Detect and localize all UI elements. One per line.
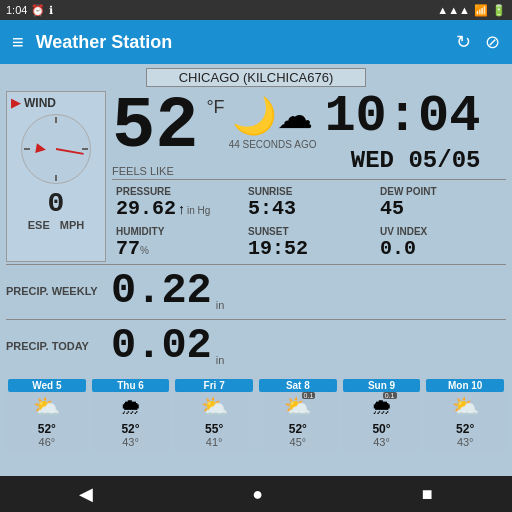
forecast-lo-4: 43° xyxy=(373,436,390,448)
forecast-lo-3: 45° xyxy=(290,436,307,448)
humidity-value: 77 xyxy=(116,237,140,260)
forecast-badge-3: 0.1 xyxy=(302,392,316,399)
forecast-strip: Wed 5⛅52°46°Thu 6🌧52°43°Fri 7⛅55°41°Sat … xyxy=(6,376,506,451)
sunset-stat: SUNSET 19:52 xyxy=(244,224,374,262)
temp-row: 52 °F xyxy=(112,91,225,163)
refresh-icon[interactable]: ↻ xyxy=(456,31,471,53)
wind-label-row: ▶ WIND xyxy=(11,96,101,110)
top-bar-actions: ↻ ⊘ xyxy=(456,31,500,53)
offline-icon[interactable]: ⊘ xyxy=(485,31,500,53)
home-button[interactable]: ● xyxy=(252,484,263,505)
forecast-icon-wrap-3: ⛅0.1 xyxy=(284,394,311,420)
forecast-day-0: Wed 5⛅52°46° xyxy=(6,376,88,451)
forecast-hi-3: 52° xyxy=(289,422,307,436)
forecast-icon-wrap-5: ⛅ xyxy=(452,394,479,420)
forecast-icon-wrap-0: ⛅ xyxy=(33,394,60,420)
sunset-label: SUNSET xyxy=(248,226,370,237)
temperature: 52 xyxy=(112,91,198,163)
station-row: CHICAGO (KILCHICA676) xyxy=(6,68,506,87)
forecast-icon-wrap-4: 🌧0.1 xyxy=(371,394,393,420)
clock-date: WED 05/05 xyxy=(351,147,481,174)
wind-box: ▶ WIND 0 ESE MPH xyxy=(6,91,106,262)
forecast-hi-5: 52° xyxy=(456,422,474,436)
forecast-icon-wrap-1: 🌧 xyxy=(120,394,142,420)
ago-text: 44 SECONDS AGO xyxy=(229,139,317,150)
forecast-hi-4: 50° xyxy=(372,422,390,436)
uv-index-label: UV INDEX xyxy=(380,226,502,237)
recent-button[interactable]: ■ xyxy=(422,484,433,505)
status-bar: 1:04 ⏰ ℹ ▲▲▲ 📶 🔋 xyxy=(0,0,512,20)
humidity-unit: % xyxy=(140,245,149,256)
sunrise-stat: SUNRISE 5:43 xyxy=(244,184,374,222)
menu-icon[interactable]: ≡ xyxy=(12,31,24,54)
top-bar: ≡ Weather Station ↻ ⊘ xyxy=(0,20,512,64)
dew-point-label: DEW POINT xyxy=(380,186,502,197)
pressure-stat: PRESSURE 29.62 ↑ in Hg xyxy=(112,184,242,222)
forecast-day-label-0: Wed 5 xyxy=(8,379,86,392)
sunset-value: 19:52 xyxy=(248,237,370,260)
forecast-day-label-3: Sat 8 xyxy=(259,379,337,392)
wind-direction: ESE xyxy=(28,219,50,231)
weather-icon-area: 🌙☁ 44 SECONDS AGO xyxy=(229,95,317,150)
status-right: ▲▲▲ 📶 🔋 xyxy=(437,4,506,17)
right-panel: 52 °F FEELS LIKE 🌙☁ 44 SECONDS AGO 10:04… xyxy=(112,91,506,262)
humidity-label: HUMIDITY xyxy=(116,226,238,237)
signal-icon: ▲▲▲ xyxy=(437,4,470,16)
forecast-day-label-5: Mon 10 xyxy=(426,379,504,392)
uv-index-stat: UV INDEX 0.0 xyxy=(376,224,506,262)
app-title: Weather Station xyxy=(36,32,444,53)
precip-today-label: PRECIP. TODAY xyxy=(6,340,111,352)
status-left: 1:04 ⏰ ℹ xyxy=(6,4,53,17)
precip-weekly-value: 0.22 xyxy=(111,267,212,315)
forecast-icon-wrap-2: ⛅ xyxy=(201,394,228,420)
back-button[interactable]: ◀ xyxy=(79,483,93,505)
sunrise-label: SUNRISE xyxy=(248,186,370,197)
station-name: CHICAGO (KILCHICA676) xyxy=(146,68,366,87)
forecast-lo-2: 41° xyxy=(206,436,223,448)
weather-icon: 🌙☁ xyxy=(232,95,313,137)
forecast-hi-1: 52° xyxy=(121,422,139,436)
temp-unit: °F xyxy=(206,97,224,118)
dew-point-value: 45 xyxy=(380,197,502,220)
precip-weekly-label: PRECIP. WEEKLY xyxy=(6,285,111,297)
forecast-day-1: Thu 6🌧52°43° xyxy=(90,376,172,451)
pressure-label: PRESSURE xyxy=(116,186,238,197)
upper-panel: ▶ WIND 0 ESE MPH xyxy=(6,91,506,262)
feels-like-label: FEELS LIKE xyxy=(112,165,225,177)
precip-today-unit: in xyxy=(216,354,225,366)
forecast-day-4: Sun 9🌧0.150°43° xyxy=(341,376,423,451)
info-icon: ℹ xyxy=(49,4,53,17)
forecast-day-3: Sat 8⛅0.152°45° xyxy=(257,376,339,451)
temp-area: 52 °F FEELS LIKE xyxy=(112,91,225,177)
status-time: 1:04 xyxy=(6,4,27,16)
temp-clock-row: 52 °F FEELS LIKE 🌙☁ 44 SECONDS AGO 10:04… xyxy=(112,91,506,177)
precip-today-value: 0.02 xyxy=(111,322,212,370)
forecast-day-label-2: Fri 7 xyxy=(175,379,253,392)
forecast-day-label-1: Thu 6 xyxy=(92,379,170,392)
main-content: CHICAGO (KILCHICA676) ▶ WIND 0 ESE xyxy=(0,64,512,455)
clock-area: 10:04 WED 05/05 xyxy=(320,91,480,174)
uv-index-value: 0.0 xyxy=(380,237,502,260)
humidity-stat: HUMIDITY 77 % xyxy=(112,224,242,262)
forecast-hi-2: 55° xyxy=(205,422,223,436)
wind-icon: ▶ xyxy=(11,96,20,110)
precip-weekly-unit: in xyxy=(216,299,225,311)
precip-weekly-section: PRECIP. WEEKLY 0.22 in xyxy=(6,264,506,317)
dew-point-stat: DEW POINT 45 xyxy=(376,184,506,222)
wind-label-text: WIND xyxy=(24,96,56,110)
pressure-value: 29.62 xyxy=(116,197,176,220)
bottom-nav: ◀ ● ■ xyxy=(0,476,512,512)
wind-speed: 0 xyxy=(48,188,65,219)
forecast-lo-1: 43° xyxy=(122,436,139,448)
alarm-icon: ⏰ xyxy=(31,4,45,17)
wifi-icon: 📶 xyxy=(474,4,488,17)
precip-today-section: PRECIP. TODAY 0.02 in xyxy=(6,319,506,372)
forecast-day-2: Fri 7⛅55°41° xyxy=(173,376,255,451)
forecast-badge-4: 0.1 xyxy=(383,392,397,399)
pressure-unit: in Hg xyxy=(187,205,210,216)
wind-units: ESE MPH xyxy=(28,219,84,231)
pressure-arrow: ↑ xyxy=(178,201,185,217)
wind-compass xyxy=(21,114,91,184)
battery-icon: 🔋 xyxy=(492,4,506,17)
forecast-hi-0: 52° xyxy=(38,422,56,436)
